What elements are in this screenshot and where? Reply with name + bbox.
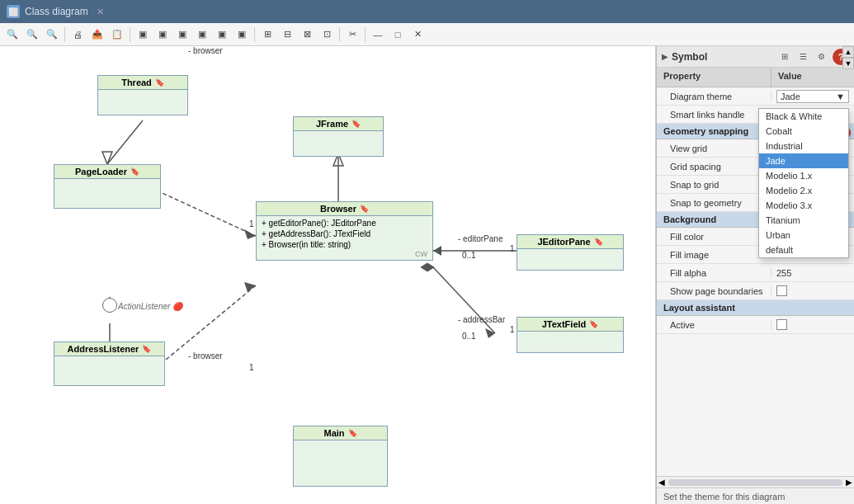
- separator-1: [64, 27, 65, 42]
- class-jeditorpane-body: [517, 249, 623, 270]
- class-icon-3: 🔖: [130, 167, 139, 176]
- panel-grid-button[interactable]: ⊞: [776, 49, 793, 65]
- theme-select[interactable]: Jade ▼: [776, 90, 849, 103]
- label-diagram-theme: Diagram theme: [657, 92, 771, 101]
- right-scrollbar-track[interactable]: [668, 479, 842, 486]
- tool5-button[interactable]: ▣: [213, 26, 231, 44]
- class-jtextfield-body: [517, 332, 623, 352]
- label-editor-2: 0..1: [462, 251, 476, 260]
- class-jeditorpane[interactable]: JEditorPane 🔖: [517, 234, 624, 271]
- vscroll-up-btn[interactable]: ▲: [842, 46, 854, 58]
- checkbox-active[interactable]: [776, 319, 787, 330]
- maximize-button[interactable]: □: [389, 26, 407, 44]
- panel-list-button[interactable]: ☰: [795, 49, 811, 65]
- theme-option-jade[interactable]: Jade: [759, 153, 848, 168]
- interface-circle: [102, 298, 117, 313]
- class-icon-8: 🔖: [348, 429, 357, 437]
- class-browser[interactable]: Browser 🔖 + getEditorPane(): JEditorPane…: [256, 201, 433, 261]
- value-active[interactable]: [771, 319, 854, 330]
- panel-collapse-arrow[interactable]: ▶: [662, 52, 668, 61]
- svg-marker-13: [244, 282, 256, 292]
- right-panel: ▶ Symbol ⊞ ☰ ⚙ ? Property Value Diagram …: [656, 46, 854, 504]
- right-scroll-bar: ◀ ▶: [657, 476, 854, 488]
- class-thread[interactable]: Thread 🔖: [97, 75, 188, 115]
- class-jtextfield[interactable]: JTextField 🔖: [517, 317, 624, 353]
- value-diagram-theme[interactable]: Jade ▼ Black & White Cobalt Industrial J…: [771, 90, 854, 103]
- tool8-button[interactable]: ⊟: [278, 26, 296, 44]
- theme-option-cobalt[interactable]: Cobalt: [759, 124, 848, 139]
- tool10-button[interactable]: ⊡: [318, 26, 336, 44]
- label-show-pages: Show page boundaries: [657, 286, 771, 296]
- class-icon-2: 🔖: [352, 120, 361, 128]
- value-show-pages[interactable]: [771, 285, 854, 296]
- row-show-pages: Show page boundaries: [657, 282, 854, 300]
- label-browser-2: 1: [249, 363, 254, 372]
- separator-4: [339, 27, 340, 42]
- window-title: Class diagram: [25, 6, 88, 17]
- diagram-area[interactable]: Thread 🔖 JFrame 🔖 PageLoader 🔖: [0, 46, 656, 504]
- theme-option-modelio2[interactable]: Modelio 2.x: [759, 183, 848, 198]
- theme-option-default[interactable]: default: [759, 243, 848, 257]
- class-addresslistener[interactable]: AddressListener 🔖: [54, 341, 165, 386]
- tool7-button[interactable]: ⊞: [258, 26, 276, 44]
- vscroll-down-btn[interactable]: ▼: [842, 58, 854, 69]
- method-3: + Browser(in title: string): [262, 239, 427, 250]
- class-jframe[interactable]: JFrame 🔖: [293, 116, 384, 157]
- checkbox-show-pages[interactable]: [776, 285, 787, 296]
- col-value-header: Value: [771, 68, 854, 87]
- tool2-button[interactable]: ▣: [153, 26, 172, 44]
- main-layout: Thread 🔖 JFrame 🔖 PageLoader 🔖: [0, 46, 854, 504]
- label-addr-3: 1: [510, 325, 515, 334]
- zoom-reset-button[interactable]: 🔍: [23, 26, 41, 44]
- close-button[interactable]: ✕: [408, 26, 427, 44]
- tool4-button[interactable]: ▣: [193, 26, 211, 44]
- minimize-button[interactable]: —: [369, 26, 387, 44]
- class-pageloader[interactable]: PageLoader 🔖: [54, 164, 161, 209]
- close-tab-icon[interactable]: ✕: [97, 7, 104, 17]
- export-button[interactable]: 📤: [88, 26, 106, 44]
- value-fill-alpha[interactable]: 255: [771, 268, 854, 278]
- tool6-button[interactable]: ▣: [233, 26, 251, 44]
- tool9-button[interactable]: ⊠: [298, 26, 316, 44]
- class-icon-5: 🔖: [594, 238, 603, 246]
- label-snap-grid: Snap to grid: [657, 180, 771, 190]
- class-pageloader-title: PageLoader 🔖: [54, 165, 160, 179]
- label-grid-spacing: Grid spacing: [657, 162, 771, 172]
- zoom-out-button[interactable]: 🔍: [3, 26, 21, 44]
- class-thread-body: [98, 90, 187, 115]
- label-fill-image: Fill image: [657, 250, 771, 260]
- interface-label: ActionListener 🔴: [118, 302, 182, 311]
- class-addresslistener-body: [54, 356, 164, 385]
- tool1-button[interactable]: ▣: [134, 26, 152, 44]
- theme-option-bw[interactable]: Black & White: [759, 109, 848, 124]
- export2-button[interactable]: 📋: [108, 26, 126, 44]
- class-icon: 🔖: [155, 78, 164, 87]
- tool3-button[interactable]: ▣: [173, 26, 191, 44]
- class-browser-title: Browser 🔖: [257, 202, 432, 216]
- svg-marker-5: [244, 229, 256, 239]
- separator-2: [130, 27, 130, 42]
- theme-option-urban[interactable]: Urban: [759, 228, 848, 243]
- theme-option-modelio3[interactable]: Modelio 3.x: [759, 198, 848, 213]
- print-button[interactable]: 🖨: [68, 26, 87, 44]
- class-icon-7: 🔖: [142, 345, 151, 353]
- theme-dropdown-list[interactable]: Black & White Cobalt Industrial Jade Mod…: [758, 108, 849, 258]
- label-fill-alpha: Fill alpha: [657, 268, 771, 278]
- label-active: Active: [657, 320, 771, 330]
- right-scroll-left[interactable]: ◀: [658, 478, 665, 487]
- cut-button[interactable]: ✂: [343, 26, 361, 44]
- right-scroll-right[interactable]: ▶: [846, 478, 852, 487]
- panel-filter-button[interactable]: ⚙: [813, 49, 829, 65]
- zoom-in-button[interactable]: 🔍: [43, 26, 61, 44]
- theme-option-titanium[interactable]: Titanium: [759, 213, 848, 228]
- theme-option-industrial[interactable]: Industrial: [759, 139, 848, 153]
- panel-title: Symbol: [672, 51, 773, 63]
- label-addr-1: - addressBar: [458, 315, 505, 324]
- diagram-canvas[interactable]: Thread 🔖 JFrame 🔖 PageLoader 🔖: [0, 46, 655, 504]
- label-browser-4: 1: [249, 219, 254, 228]
- properties-table: Property Value Diagram theme Jade ▼ Blac…: [657, 68, 854, 476]
- col-property-header: Property: [657, 68, 771, 87]
- class-main[interactable]: Main 🔖: [293, 426, 388, 487]
- theme-option-modelio1[interactable]: Modelio 1.x: [759, 168, 848, 183]
- theme-dropdown-container[interactable]: Jade ▼ Black & White Cobalt Industrial J…: [776, 90, 849, 103]
